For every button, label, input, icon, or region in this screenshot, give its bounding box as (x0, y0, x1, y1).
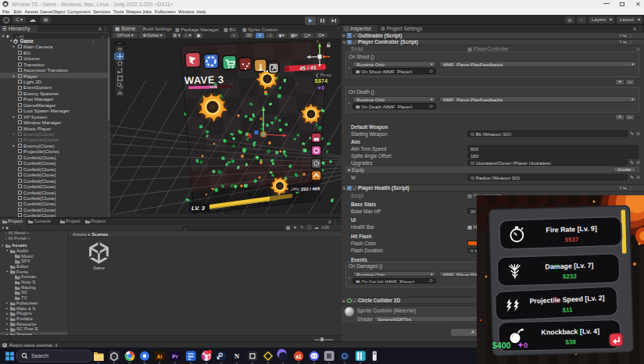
svg-text:$537: $537 (565, 236, 580, 244)
svg-text:$232: $232 (563, 273, 578, 280)
svg-text:Damage [Lv. 7]: Damage [Lv. 7] (545, 262, 593, 271)
svg-text:LV. 3: LV. 3 (191, 205, 206, 212)
svg-text:$874: $874 (315, 77, 328, 84)
svg-text:a1: a1 (295, 353, 302, 359)
svg-text:✦0: ✦0 (317, 85, 324, 91)
svg-text:N: N (234, 352, 240, 360)
svg-text:✦0: ✦0 (517, 341, 528, 349)
svg-text:5: 5 (248, 132, 252, 140)
svg-text:$11: $11 (563, 306, 574, 314)
svg-text:Knockback [Lv. 4]: Knockback [Lv. 4] (541, 327, 599, 337)
svg-text:Ai: Ai (157, 354, 163, 359)
svg-text:WAVE 3: WAVE 3 (184, 73, 224, 86)
svg-text:$38: $38 (565, 338, 576, 345)
svg-text:Search: Search (31, 353, 48, 359)
svg-text:253 / 469: 253 / 469 (301, 186, 320, 191)
svg-text:Pr: Pr (172, 354, 178, 359)
svg-text:45 / 45: 45 / 45 (299, 65, 317, 71)
svg-text:$400: $400 (492, 341, 511, 350)
